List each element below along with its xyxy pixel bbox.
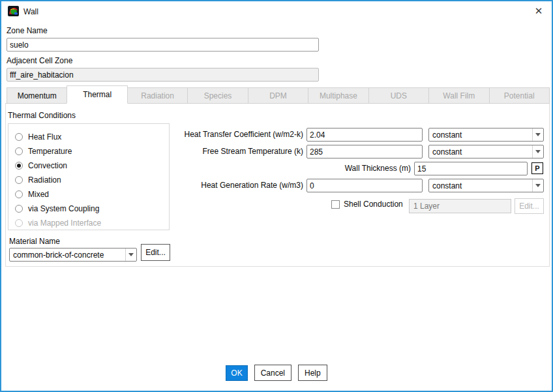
title-bar: Wall ✕ [1,1,552,21]
fluent-app-icon [8,6,19,16]
tab-wall-film: Wall Film [428,87,489,104]
tab-uds: UDS [368,87,429,104]
ok-button[interactable]: OK [226,365,247,381]
dialog-footer: OK Cancel Help [1,365,552,381]
heat-generation-rate-mode-dropdown[interactable]: constant [428,179,544,192]
thermal-conditions-label: Thermal Conditions [8,111,76,120]
radio-convection[interactable]: Convection [15,159,67,172]
material-name-dropdown[interactable]: common-brick-of-concrete [9,248,137,262]
radio-via-system-coupling[interactable]: via System Coupling [15,202,99,215]
wall-thickness-label: Wall Thickness (m) [275,164,411,173]
wall-thickness-parameter-button[interactable]: P [531,162,543,174]
tab-potential: Potential [489,87,550,104]
radio-radiation[interactable]: Radiation [15,173,61,187]
chevron-down-icon [532,179,543,192]
close-icon[interactable]: ✕ [530,3,548,20]
tab-bar: Momentum Thermal Radiation Species DPM M… [7,87,550,104]
radio-circle-icon [15,147,23,155]
tab-momentum[interactable]: Momentum [7,87,67,104]
radio-circle-icon [15,205,23,213]
thermal-conditions-group: Heat Flux Temperature Convection Radiati… [8,123,170,230]
material-name-label: Material Name [9,237,60,246]
radio-circle-icon [15,190,23,198]
heat-generation-rate-input[interactable] [306,179,423,192]
tab-multiphase: Multiphase [308,87,368,104]
shell-conduction-checkbox[interactable] [331,200,340,209]
radio-circle-icon [15,219,23,227]
radio-circle-icon [15,176,23,184]
free-stream-temperature-input[interactable] [306,145,423,158]
help-button[interactable]: Help [298,365,327,381]
heat-transfer-coefficient-mode-dropdown[interactable]: constant [428,128,544,142]
zone-name-input[interactable] [7,38,319,52]
radio-temperature[interactable]: Temperature [15,145,72,158]
shell-conduction-label: Shell Conduction [344,200,403,209]
heat-generation-rate-label: Heat Generation Rate (w/m3) [170,181,303,190]
tab-thermal[interactable]: Thermal [67,85,127,104]
chevron-down-icon [532,145,543,158]
adjacent-cell-zone-input [7,68,319,82]
adjacent-cell-zone-label: Adjacent Cell Zone [7,56,72,65]
heat-transfer-coefficient-input[interactable] [306,128,423,142]
radio-circle-icon [15,133,23,141]
wall-dialog: Wall ✕ Zone Name Adjacent Cell Zone Mome… [0,0,553,392]
shell-conduction-edit-button: Edit... [515,198,544,214]
wall-thickness-input[interactable] [414,162,528,175]
tab-species: Species [187,87,248,104]
heat-transfer-coefficient-label: Heat Transfer Coefficient (w/m2-k) [170,130,303,139]
cancel-button[interactable]: Cancel [254,365,291,381]
material-edit-button[interactable]: Edit... [141,244,170,261]
free-stream-temperature-label: Free Stream Temperature (k) [170,147,303,156]
tab-radiation: Radiation [127,87,188,104]
free-stream-temperature-mode-dropdown[interactable]: constant [428,145,544,158]
radio-selected-icon [15,162,23,170]
shell-conduction-layers-field: 1 Layer [409,199,511,213]
radio-heat-flux[interactable]: Heat Flux [15,130,61,143]
chevron-down-icon [125,249,136,261]
tab-dpm: DPM [248,87,308,104]
zone-name-label: Zone Name [7,26,48,35]
chevron-down-icon [532,128,543,141]
radio-via-mapped-interface: via Mapped Interface [15,217,101,230]
window-title: Wall [23,7,38,16]
radio-mixed[interactable]: Mixed [15,188,49,201]
